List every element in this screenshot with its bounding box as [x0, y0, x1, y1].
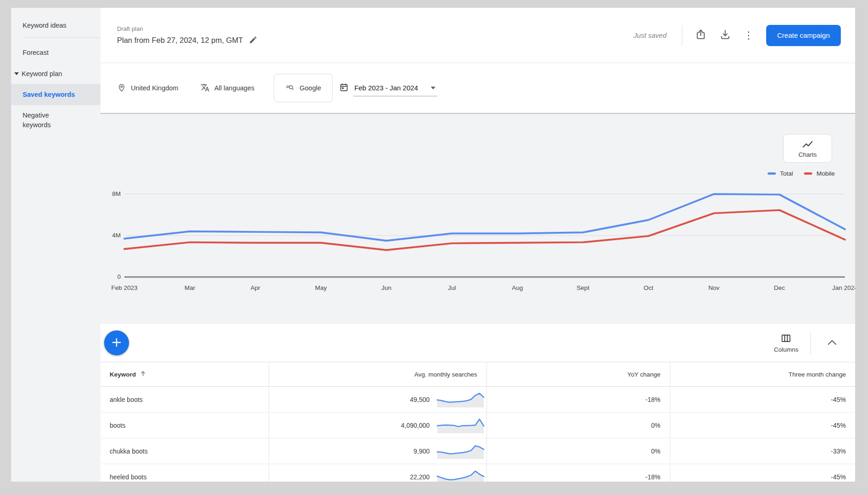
yoy-change-value: -18%: [645, 396, 661, 403]
charts-toggle-button[interactable]: Charts: [783, 134, 832, 163]
plan-title: Plan from Feb 27, 2024, 12 pm, GMT: [117, 36, 243, 45]
sort-by-keyword-header[interactable]: Keyword: [110, 370, 269, 378]
x-axis-label: Apr: [251, 284, 260, 291]
filter-bar: United Kingdom All languages Google: [100, 63, 855, 114]
sort-ascending-icon: [140, 370, 147, 378]
trend-sparkline: [436, 441, 485, 461]
x-axis-label: Dec: [774, 284, 785, 291]
kebab-menu-icon: ⋮: [744, 30, 754, 41]
location-filter[interactable]: United Kingdom: [117, 83, 178, 94]
keyword-cell: boots: [110, 422, 125, 429]
trend-sparkline: [436, 389, 485, 409]
table-row[interactable]: ankle boots 49,500 -18% -45%: [100, 387, 855, 412]
x-axis-label: Jun: [381, 284, 392, 291]
legend-total-label: Total: [780, 170, 793, 177]
toolbar-divider: [810, 332, 811, 354]
network-filter-label: Google: [299, 84, 321, 92]
sidebar-item-label: Keyword plan: [22, 70, 62, 77]
columns-icon: [780, 333, 792, 345]
y-axis-label: 8M: [100, 189, 121, 199]
add-keywords-button[interactable]: [104, 330, 129, 355]
legend-item-total[interactable]: Total: [768, 170, 793, 177]
three-month-change-value: -45%: [831, 396, 846, 403]
keyword-cell: chukka boots: [110, 448, 148, 455]
download-button[interactable]: [719, 29, 731, 42]
x-axis-label: Aug: [512, 284, 523, 291]
language-filter[interactable]: All languages: [200, 83, 254, 94]
x-axis-label: Feb 2023: [111, 284, 137, 291]
share-icon: [695, 29, 707, 42]
sidebar-item-negative-keywords[interactable]: Negative keywords: [11, 105, 76, 137]
table-row[interactable]: boots 4,090,000 0% -45%: [100, 412, 855, 438]
trend-sparkline: [436, 467, 485, 482]
mobile-series-swatch: [804, 172, 812, 175]
plus-icon: [111, 336, 123, 350]
sidebar-item-keyword-ideas[interactable]: Keyword ideas: [11, 17, 100, 34]
chart-x-axis: Feb 2023MarAprMayJunJulAugSeptOctNovDecJ…: [100, 284, 855, 295]
avg-monthly-searches-value: 4,090,000: [401, 422, 429, 429]
location-filter-label: United Kingdom: [131, 84, 178, 92]
chart-section: Charts Total Mobile 8M4M0 Feb 2023MarApr…: [100, 114, 855, 324]
keyword-planner-window: Keyword ideas Forecast Keyword plan Save…: [11, 8, 855, 482]
share-button[interactable]: [695, 29, 707, 42]
collapse-triangle-icon: [14, 72, 19, 75]
x-axis-label: Jan 2024: [832, 284, 855, 291]
location-pin-icon: [117, 83, 126, 94]
keyword-column-label: Keyword: [110, 371, 136, 378]
sidebar-item-saved-keywords[interactable]: Saved keywords: [11, 84, 100, 105]
language-filter-label: All languages: [214, 84, 254, 92]
x-axis-label: Jul: [448, 284, 456, 291]
yoy-change-value: 0%: [651, 448, 660, 455]
header-divider: [682, 25, 682, 46]
avg-monthly-searches-value: 22,200: [410, 473, 430, 481]
pencil-icon: [249, 35, 258, 46]
table-toolbar: Columns: [100, 324, 855, 362]
plan-header: Draft plan Plan from Feb 27, 2024, 12 pm…: [100, 8, 855, 63]
plan-type-label: Draft plan: [117, 25, 258, 32]
main-content: Draft plan Plan from Feb 27, 2024, 12 pm…: [100, 8, 855, 482]
three-month-change-header[interactable]: Three month change: [670, 362, 855, 387]
keyword-cell: heeled boots: [110, 473, 147, 481]
calendar-icon: [339, 82, 349, 94]
yoy-change-value: -18%: [645, 473, 661, 481]
collapse-table-button[interactable]: [823, 336, 841, 350]
columns-button[interactable]: Columns: [774, 333, 798, 353]
total-series-swatch: [768, 172, 776, 175]
chevron-up-icon: [827, 339, 838, 348]
x-axis-label: Oct: [644, 284, 653, 291]
sidebar-divider: [23, 37, 100, 38]
avg-monthly-searches-header[interactable]: Avg. monthly searches: [269, 362, 487, 387]
columns-button-label: Columns: [774, 346, 798, 353]
legend-mobile-label: Mobile: [816, 170, 835, 177]
date-range-label: Feb 2023 - Jan 2024: [354, 84, 418, 92]
keyword-cell: ankle boots: [110, 396, 143, 403]
chart-legend: Total Mobile: [768, 170, 835, 177]
search-network-icon: [285, 83, 294, 94]
table-header-row: Keyword Avg. monthly searches YoY change…: [100, 362, 855, 387]
more-options-button[interactable]: ⋮: [744, 30, 754, 41]
avg-monthly-searches-value: 49,500: [410, 396, 430, 403]
three-month-change-value: -45%: [831, 422, 846, 429]
yoy-change-header[interactable]: YoY change: [487, 362, 670, 387]
table-row[interactable]: heeled boots 22,200 -18% -45%: [100, 464, 855, 482]
line-chart-icon: [802, 139, 814, 150]
x-axis-label: Nov: [709, 284, 720, 291]
edit-plan-name-button[interactable]: [249, 35, 258, 46]
search-volume-chart: [100, 189, 855, 281]
y-axis-label: 0: [100, 272, 121, 282]
charts-button-label: Charts: [798, 151, 817, 158]
table-row[interactable]: chukka boots 9,900 0% -33%: [100, 438, 855, 464]
dropdown-arrow-icon: [431, 87, 435, 89]
sidebar-item-keyword-plan[interactable]: Keyword plan: [11, 64, 100, 84]
create-campaign-button[interactable]: Create campaign: [766, 25, 841, 46]
legend-item-mobile[interactable]: Mobile: [804, 170, 835, 177]
translate-icon: [200, 83, 210, 94]
network-filter[interactable]: Google: [274, 74, 333, 102]
yoy-change-value: 0%: [651, 422, 660, 429]
sidebar-item-forecast[interactable]: Forecast: [11, 44, 100, 61]
download-icon: [719, 29, 731, 42]
y-axis-label: 4M: [100, 231, 121, 240]
saved-keywords-table-section: Columns Keyword: [100, 324, 855, 482]
date-range-filter[interactable]: Feb 2023 - Jan 2024: [339, 80, 437, 96]
x-axis-label: Sept: [576, 284, 589, 291]
